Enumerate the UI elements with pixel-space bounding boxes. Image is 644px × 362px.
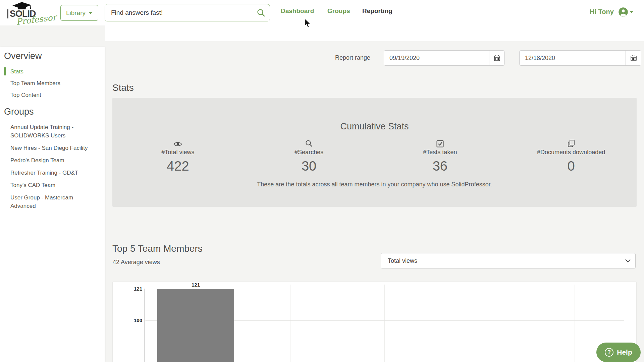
sidebar-group-item[interactable]: New Hires - San Diego Facility	[4, 144, 88, 152]
stats-footnote: These are the totals across all team mem…	[112, 181, 637, 188]
report-range-label: Report range	[322, 54, 370, 61]
sidebar-item-top-team-members[interactable]: Top Team Members	[4, 79, 91, 87]
start-date-calendar-button[interactable]	[489, 51, 504, 65]
nav-groups[interactable]: Groups	[327, 7, 350, 15]
calendar-icon	[630, 55, 637, 61]
nav-dashboard[interactable]: Dashboard	[281, 7, 314, 15]
solidprofessor-logo[interactable]: SOLID Professor	[3, 1, 57, 25]
chart-vertical-gridline	[575, 285, 575, 362]
help-label: Help	[617, 348, 632, 356]
y-axis-tick: 100	[127, 317, 142, 323]
sidebar-item-top-content[interactable]: Top Content	[4, 91, 91, 99]
top5-heading: Top 5 Team Members	[112, 243, 203, 254]
caret-down-icon	[89, 12, 93, 14]
metric-label: #Tests taken	[375, 149, 506, 156]
sidebar-group-item[interactable]: Tony's CAD Team	[4, 181, 88, 189]
screen: SOLID Professor Library Dashboard Groups…	[0, 0, 644, 362]
sidebar-section-overview: Overview Stats Top Team Members Top Cont…	[4, 51, 100, 103]
user-avatar-icon[interactable]	[618, 7, 628, 17]
bar-member-1[interactable]	[157, 289, 234, 362]
metric-tests-taken: #Tests taken 36	[375, 139, 506, 174]
nav-reporting[interactable]: Reporting	[362, 7, 392, 15]
sidebar-item-stats[interactable]: Stats	[4, 67, 91, 76]
chart-y-axis	[145, 289, 145, 362]
metric-total-views: #Total views 422	[112, 139, 244, 174]
search-stat-icon	[244, 139, 375, 147]
metric-documents-downloaded: #Documents downloaded 0	[505, 139, 637, 174]
stats-section-heading: Stats	[112, 82, 134, 93]
sidebar-groups-title: Groups	[4, 107, 100, 117]
cumulative-stats-title: Cumulative Stats	[112, 121, 637, 132]
metric-label: #Documents downloaded	[505, 149, 637, 156]
sidebar: Overview Stats Top Team Members Top Cont…	[0, 47, 105, 362]
bar-value-label: 121	[157, 282, 234, 288]
active-indicator-bar	[4, 67, 6, 75]
start-date-input[interactable]	[384, 51, 489, 65]
report-start-date	[384, 50, 505, 66]
chart-vertical-gridline	[384, 285, 385, 362]
library-label: Library	[66, 9, 86, 17]
sidebar-section-groups: Groups Annual Update Training - SOLIDWOR…	[4, 107, 100, 214]
checkbox-checked-icon	[375, 139, 506, 147]
end-date-input[interactable]	[520, 51, 626, 65]
metric-value: 0	[505, 159, 637, 174]
documents-icon	[505, 139, 637, 147]
metric-value: 30	[244, 159, 375, 174]
metric-value: 36	[375, 159, 506, 174]
report-end-date	[519, 50, 641, 66]
end-date-calendar-button[interactable]	[626, 51, 641, 65]
team-members-bar-chart: 121 100 121	[112, 282, 637, 362]
sidebar-group-item[interactable]: Annual Update Training - SOLIDWORKS User…	[4, 123, 88, 140]
search-bar	[105, 4, 270, 21]
sidebar-group-item[interactable]: User Group - Mastercam Advanced	[4, 193, 88, 210]
top5-average-views: 42 Average views	[113, 259, 160, 266]
top-header: SOLID Professor Library Dashboard Groups…	[0, 0, 644, 25]
metric-select-value: Total views	[388, 257, 417, 264]
metric-label: #Searches	[244, 149, 375, 156]
eye-icon	[112, 139, 244, 147]
metric-value: 422	[112, 159, 244, 174]
chart-vertical-gridline	[290, 285, 290, 362]
metric-label: #Total views	[112, 149, 244, 156]
help-button[interactable]: ? Help	[596, 343, 641, 362]
search-input[interactable]	[105, 4, 270, 21]
metric-searches: #Searches 30	[244, 139, 375, 174]
sidebar-group-item[interactable]: Refresher Training - GD&T	[4, 169, 88, 177]
sidebar-overview-title: Overview	[4, 51, 100, 61]
sidebar-group-item[interactable]: Pedro's Design Team	[4, 156, 88, 165]
library-dropdown-button[interactable]: Library	[60, 5, 98, 21]
cumulative-stats-card: Cumulative Stats #Total views 422	[112, 98, 637, 207]
subheader-band	[105, 25, 644, 41]
calendar-icon	[494, 55, 500, 61]
metrics-row: #Total views 422 #Searches 30	[112, 139, 637, 174]
user-caret-down-icon[interactable]	[630, 11, 634, 13]
question-circle-icon: ?	[605, 348, 613, 357]
user-greeting[interactable]: Hi Tony	[590, 8, 614, 16]
search-icon[interactable]	[257, 8, 265, 17]
metric-select[interactable]: Total views	[381, 253, 636, 268]
y-axis-tick: 121	[127, 286, 142, 292]
chart-vertical-gridline	[479, 285, 479, 362]
chevron-down-icon	[625, 257, 631, 262]
